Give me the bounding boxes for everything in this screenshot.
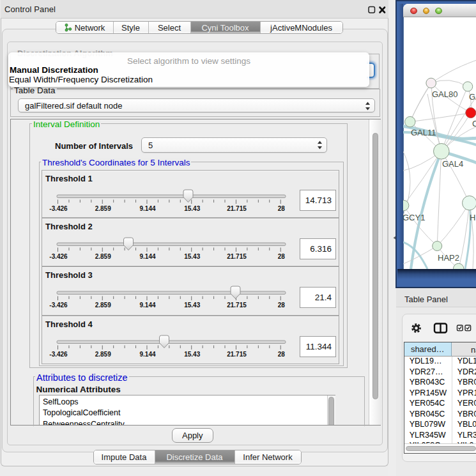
svg-text:GA: GA <box>469 92 476 102</box>
svg-text:C: C <box>472 119 476 128</box>
svg-text:GCY1: GCY1 <box>403 213 425 222</box>
svg-text:H: H <box>470 213 475 222</box>
svg-text:GAL80: GAL80 <box>432 89 457 99</box>
svg-text:HAP2: HAP2 <box>438 253 459 263</box>
svg-text:GAL4: GAL4 <box>442 159 463 169</box>
svg-text:GAL11: GAL11 <box>411 128 436 137</box>
